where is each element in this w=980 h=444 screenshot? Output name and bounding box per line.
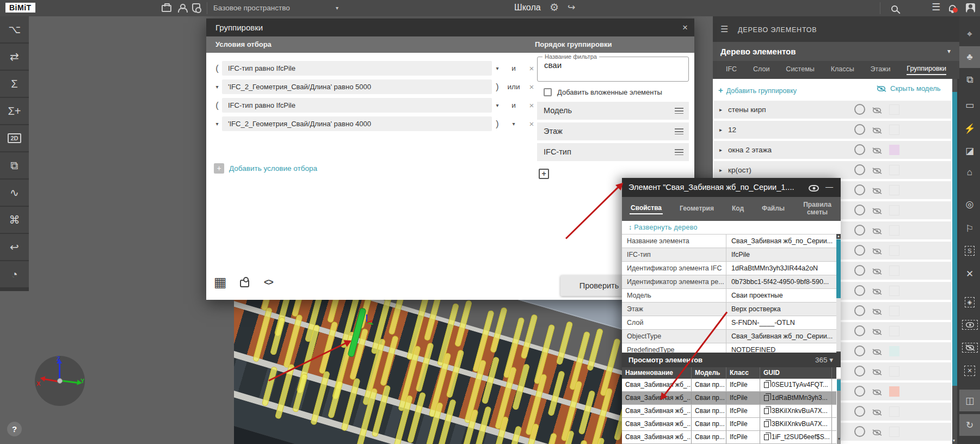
property-value[interactable]: 0b73bbc1-5f42-4950-9bf8-590... xyxy=(726,275,836,288)
condition-input[interactable]: IFC-тип равно IfcPile xyxy=(222,98,492,113)
hide-eye-icon[interactable] xyxy=(872,287,882,297)
color-swatch[interactable] xyxy=(889,406,899,417)
scrollbar-thumb[interactable] xyxy=(837,380,841,391)
color-swatch[interactable] xyxy=(889,366,899,377)
hide-eye-icon[interactable] xyxy=(872,106,882,116)
remove-condition-icon[interactable]: × xyxy=(527,98,537,113)
workspace-selector[interactable]: Базовое пространство xyxy=(213,4,290,12)
sum-plus-button[interactable]: Σ+ xyxy=(0,98,29,124)
element-tree-button[interactable]: ♣ xyxy=(959,46,980,68)
share-icon[interactable]: ↪ xyxy=(568,2,575,13)
logic-operator[interactable]: и xyxy=(503,61,525,76)
select-circle-icon[interactable] xyxy=(854,285,865,296)
color-swatch[interactable] xyxy=(889,104,899,115)
hide-eye-icon[interactable] xyxy=(872,207,882,217)
task-list-icon[interactable]: ☰ xyxy=(932,1,940,13)
focus-element-button[interactable]: ⌖ xyxy=(959,23,980,45)
column-header-guid[interactable]: GUID xyxy=(760,367,832,379)
condition-input[interactable]: 'IFC_2_Геометрия_Свай/Длина' равно 5000 xyxy=(222,79,492,94)
hide-model-link[interactable]: Скрыть модель xyxy=(876,84,941,92)
expander-icon[interactable]: ▸ xyxy=(719,121,722,139)
select-circle-icon[interactable] xyxy=(854,305,865,316)
model-structure-button[interactable]: ⌥ xyxy=(0,16,29,42)
property-value[interactable]: S-FNDN-____-OTLN xyxy=(726,316,836,329)
select-circle-icon[interactable] xyxy=(854,164,865,175)
projects-icon[interactable] xyxy=(162,4,171,14)
scroll-down-icon[interactable]: ▾ xyxy=(953,438,955,443)
color-swatch[interactable] xyxy=(889,145,899,155)
minimize-icon[interactable]: — xyxy=(825,178,833,196)
hide-eye-icon[interactable] xyxy=(872,348,882,357)
view-cube-button[interactable]: ◫ xyxy=(959,390,980,411)
column-header-класс[interactable]: Класс xyxy=(726,367,760,379)
list-lines-icon[interactable] xyxy=(675,108,683,114)
logic-caret-icon[interactable]: ▾ xyxy=(503,116,525,131)
resize-corner-icon[interactable]: ▾ xyxy=(838,436,840,441)
hide-eye-icon[interactable] xyxy=(872,126,882,136)
tab-правила-сметы[interactable]: Правила сметы xyxy=(802,200,833,218)
select-circle-icon[interactable] xyxy=(854,426,865,437)
hide-eye-icon[interactable] xyxy=(872,166,882,176)
copy-icon[interactable] xyxy=(764,395,769,401)
tab-слои[interactable]: Слои xyxy=(753,65,769,75)
app-logo[interactable]: BiMiT xyxy=(5,3,35,13)
hide-eye-icon[interactable] xyxy=(872,227,882,237)
tab-геометрия[interactable]: Геометрия xyxy=(679,204,715,214)
viewer-row[interactable]: Свая_Забивная жб_...Сваи пр...IfcPile1iF… xyxy=(622,431,836,444)
security-icon[interactable] xyxy=(192,3,200,15)
select-circle-icon[interactable] xyxy=(854,245,865,256)
hide-eye-icon[interactable] xyxy=(872,247,882,257)
selection-set-button[interactable]: S xyxy=(959,240,980,262)
group-order-item[interactable]: IFC-тип xyxy=(537,143,689,161)
settings-gear-icon[interactable]: ⚙ xyxy=(550,1,559,14)
copy-icon[interactable] xyxy=(764,408,769,414)
remove-condition-icon[interactable]: × xyxy=(527,61,537,76)
select-circle-icon[interactable] xyxy=(854,265,865,276)
ghost-view-button[interactable]: ◈ xyxy=(959,291,980,313)
hide-eye-icon[interactable] xyxy=(872,428,882,438)
tab-свойства[interactable]: Свойства xyxy=(630,203,663,214)
list-lines-icon[interactable] xyxy=(675,128,683,134)
property-value[interactable]: Верх ростверка xyxy=(726,303,836,316)
collapse-caret-icon[interactable]: ▾ xyxy=(213,116,221,131)
tree-scrollbar[interactable]: ▾ xyxy=(952,79,957,444)
select-circle-icon[interactable] xyxy=(854,366,865,377)
add-condition-link[interactable]: Добавить условие отбора xyxy=(229,164,317,172)
tab-классы[interactable]: Классы xyxy=(831,65,854,75)
select-circle-icon[interactable] xyxy=(854,104,865,115)
close-paren[interactable]: ) xyxy=(493,79,502,94)
scrollbar-thumb[interactable] xyxy=(836,239,841,298)
color-swatch[interactable] xyxy=(889,205,899,215)
color-swatch[interactable] xyxy=(889,286,899,296)
tab-код[interactable]: Код xyxy=(731,204,745,214)
logic-operator[interactable]: или xyxy=(503,79,525,94)
section-box-button[interactable]: ◪ xyxy=(959,140,980,162)
select-circle-icon[interactable] xyxy=(854,346,865,356)
notifications-button[interactable] xyxy=(949,4,956,14)
panel-menu-icon[interactable]: ☰ xyxy=(720,24,728,34)
scrollbar-thumb[interactable] xyxy=(952,92,957,386)
remove-condition-icon[interactable]: × xyxy=(527,79,537,94)
nested-elements-checkbox[interactable] xyxy=(544,88,552,96)
select-circle-icon[interactable] xyxy=(854,124,865,135)
add-grouping-link[interactable]: +Добавить группировку xyxy=(718,85,797,95)
color-swatch[interactable] xyxy=(889,346,899,356)
show-elements-button[interactable] xyxy=(959,314,980,336)
measure-button[interactable]: ▭ xyxy=(959,94,980,116)
properties-scrollbar[interactable]: ▲ ▼ xyxy=(836,234,841,356)
hide-intersections-button[interactable]: ✕ xyxy=(959,263,980,285)
add-condition-icon[interactable]: + xyxy=(214,163,224,174)
property-value[interactable]: 1dRaBtMMn3yh3JIR44a2oN xyxy=(726,262,836,275)
tab-файлы[interactable]: Файлы xyxy=(761,204,786,214)
list-lines-icon[interactable] xyxy=(675,149,683,155)
collapse-caret-icon[interactable]: ▾ xyxy=(213,79,221,94)
tab-ifc[interactable]: IFC xyxy=(726,65,737,75)
hide-elements-button[interactable] xyxy=(959,337,980,359)
orbit-button[interactable]: ↻ xyxy=(959,414,980,436)
plugin-icon[interactable] xyxy=(240,280,249,289)
property-value[interactable]: Свая_Забивная жб_по_Серии... xyxy=(726,330,836,343)
condition-input[interactable]: IFC-тип равно IfcPile xyxy=(222,61,492,76)
flag-button[interactable]: ⚐ xyxy=(959,218,980,239)
clear-selection-button[interactable]: ✕ xyxy=(959,360,980,381)
workspace-caret-icon[interactable]: ▾ xyxy=(336,5,338,11)
